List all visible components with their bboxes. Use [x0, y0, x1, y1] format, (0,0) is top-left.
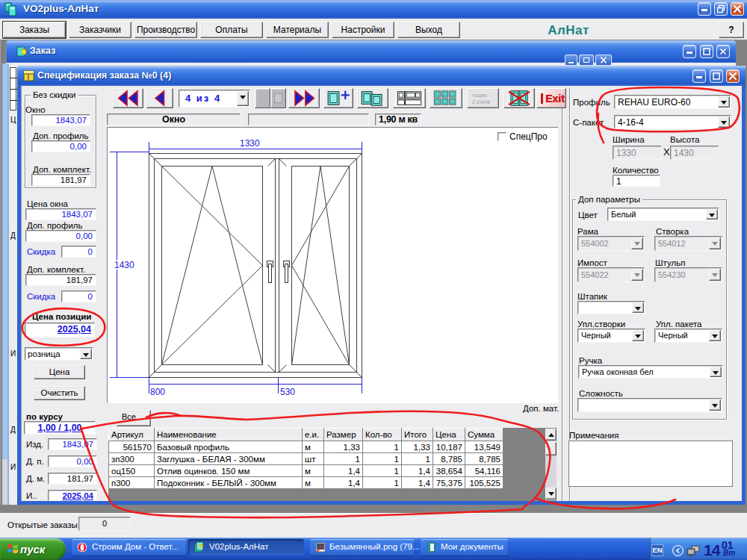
svg-text:530: 530 — [280, 387, 295, 397]
svg-text:800: 800 — [150, 387, 165, 397]
svg-text:1330: 1330 — [240, 138, 260, 149]
svg-text:1430: 1430 — [114, 260, 134, 270]
